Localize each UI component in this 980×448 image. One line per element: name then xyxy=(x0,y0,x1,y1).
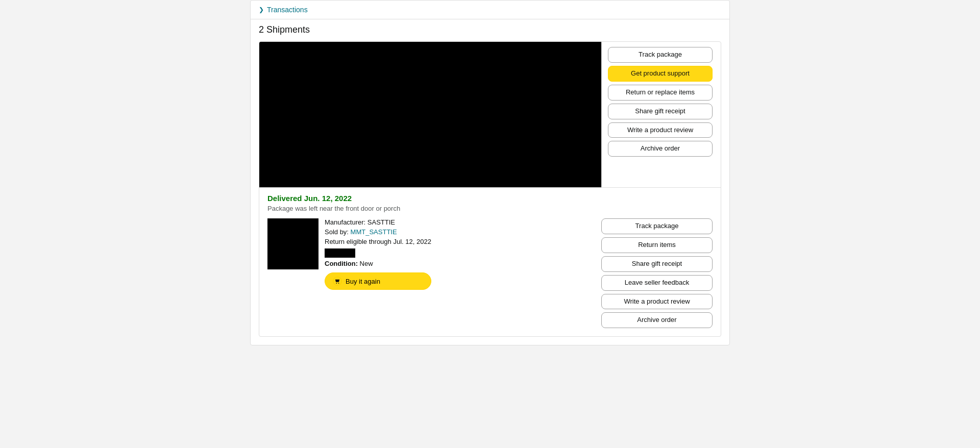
chevron-icon: ❯ xyxy=(259,6,264,13)
transactions-toggle[interactable]: ❯ Transactions xyxy=(259,6,721,14)
leave-seller-feedback-2-button[interactable]: Leave seller feedback xyxy=(601,275,713,291)
write-review-2-button[interactable]: Write a product review xyxy=(601,294,713,310)
second-shipment-actions: Track package Return items Share gift re… xyxy=(595,218,713,328)
svg-point-2 xyxy=(338,283,339,284)
delivery-info-section: Delivered Jun. 12, 2022 Package was left… xyxy=(259,187,721,336)
buy-again-button[interactable]: Buy it again xyxy=(325,272,431,290)
manufacturer-label: Manufacturer: xyxy=(325,218,365,226)
write-review-1-button[interactable]: Write a product review xyxy=(608,122,713,138)
shipment-block: Track package Get product support Return… xyxy=(259,41,721,337)
sold-by-label: Sold by: xyxy=(325,228,349,236)
return-or-replace-1-button[interactable]: Return or replace items xyxy=(608,85,713,101)
second-shipment-left: Manufacturer: SASTTIE Sold by: MMT_SASTT… xyxy=(267,218,595,328)
share-gift-receipt-2-button[interactable]: Share gift receipt xyxy=(601,256,713,272)
first-shipment-actions: Track package Get product support Return… xyxy=(601,42,719,187)
product-row: Manufacturer: SASTTIE Sold by: MMT_SASTT… xyxy=(267,218,595,290)
product-details: Manufacturer: SASTTIE Sold by: MMT_SASTT… xyxy=(325,218,431,290)
track-package-1-button[interactable]: Track package xyxy=(608,47,713,63)
product-image-large xyxy=(259,42,601,187)
get-product-support-1-button[interactable]: Get product support xyxy=(608,66,713,82)
sold-by-link[interactable]: MMT_SASTTIE xyxy=(351,228,397,236)
manufacturer-value: SASTTIE xyxy=(368,218,395,226)
product-thumb xyxy=(267,218,318,269)
delivery-note: Package was left near the front door or … xyxy=(267,205,713,212)
condition-value: New xyxy=(360,260,373,267)
condition-line: Condition: New xyxy=(325,260,431,267)
shipments-title: 2 Shipments xyxy=(259,24,721,35)
shipments-section: 2 Shipments Track package Get product su… xyxy=(251,19,729,345)
transactions-label: Transactions xyxy=(267,6,308,14)
return-eligible-line: Return eligible through Jul. 12, 2022 xyxy=(325,238,431,245)
sold-by-line: Sold by: MMT_SASTTIE xyxy=(325,228,431,236)
manufacturer-line: Manufacturer: SASTTIE xyxy=(325,218,431,226)
transactions-section: ❯ Transactions xyxy=(251,1,729,19)
buy-again-label: Buy it again xyxy=(346,278,380,285)
delivered-text: Delivered Jun. 12, 2022 xyxy=(267,194,713,203)
svg-point-1 xyxy=(336,283,337,284)
second-shipment-row: Manufacturer: SASTTIE Sold by: MMT_SASTT… xyxy=(267,218,713,336)
archive-order-1-button[interactable]: Archive order xyxy=(608,141,713,157)
price-badge xyxy=(325,248,355,258)
track-package-2-button[interactable]: Track package xyxy=(601,218,713,234)
share-gift-receipt-1-button[interactable]: Share gift receipt xyxy=(608,104,713,119)
condition-label: Condition: xyxy=(325,260,358,267)
cart-icon xyxy=(332,276,342,286)
page-wrapper: ❯ Transactions 2 Shipments Track package… xyxy=(0,0,980,448)
return-items-2-button[interactable]: Return items xyxy=(601,237,713,253)
order-card: ❯ Transactions 2 Shipments Track package… xyxy=(250,0,730,345)
first-shipment-row: Track package Get product support Return… xyxy=(259,42,721,187)
archive-order-2-button[interactable]: Archive order xyxy=(601,312,713,328)
